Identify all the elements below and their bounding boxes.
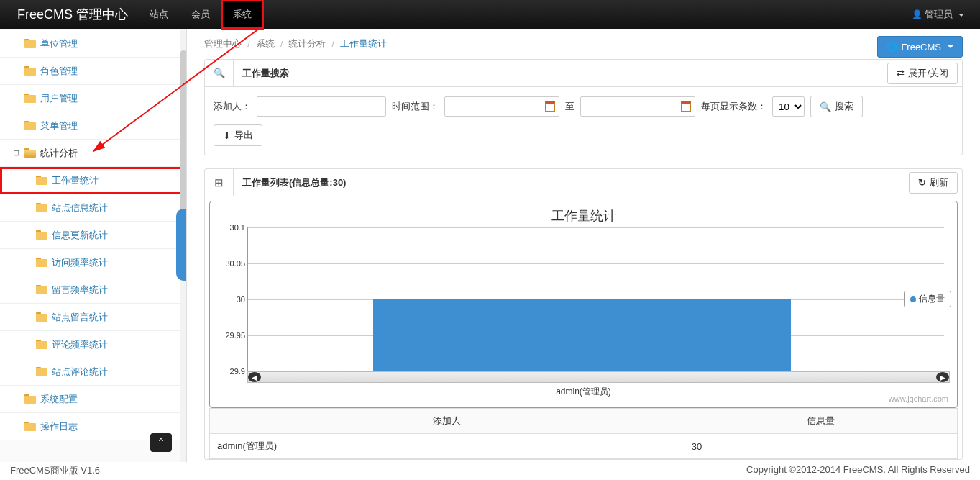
nav-item-site[interactable]: 站点 bbox=[138, 0, 180, 29]
search-button[interactable]: 搜索 bbox=[810, 96, 863, 117]
nav-item-member[interactable]: 会员 bbox=[180, 0, 221, 29]
footer: FreeCMS商业版 V1.6 Copyright ©2012-2014 Fre… bbox=[10, 464, 970, 477]
per-page-select[interactable]: 10 bbox=[772, 96, 805, 117]
chart-legend: 信息量 bbox=[904, 291, 951, 307]
folder-icon bbox=[36, 230, 47, 240]
sidebar-item-label: 评论频率统计 bbox=[52, 338, 108, 351]
chart-scroll-left-button[interactable]: ◀ bbox=[248, 372, 261, 382]
download-icon bbox=[223, 130, 231, 141]
chart-watermark: www.jqchart.com bbox=[889, 394, 948, 403]
data-table: 添加人 信息量 admin(管理员) 30 bbox=[209, 408, 958, 459]
sidebar-subitem[interactable]: 评论频率统计 bbox=[0, 331, 186, 358]
sidebar-item-label: 菜单管理 bbox=[40, 119, 78, 132]
sidebar-item[interactable]: 单位管理 bbox=[0, 30, 186, 58]
nav-brand: FreeCMS 管理中心 bbox=[7, 6, 138, 23]
sidebar-item-label: 角色管理 bbox=[40, 65, 78, 78]
table-row: admin(管理员) 30 bbox=[210, 434, 958, 459]
sidebar-subitem[interactable]: 信息更新统计 bbox=[0, 222, 186, 249]
sidebar: 单位管理角色管理用户管理菜单管理⊟统计分析工作量统计站点信息统计信息更新统计访问… bbox=[0, 29, 187, 462]
folder-icon bbox=[36, 258, 47, 267]
sidebar-item[interactable]: 用户管理 bbox=[0, 85, 186, 112]
legend-dot-icon bbox=[910, 296, 916, 302]
chart-title: 工作量统计 bbox=[217, 207, 950, 225]
sidebar-subitem[interactable]: 工作量统计 bbox=[0, 167, 186, 194]
breadcrumb-part[interactable]: 系统 bbox=[256, 37, 275, 50]
freecms-dropdown-button[interactable]: FreeCMS bbox=[877, 36, 963, 58]
adder-input[interactable] bbox=[257, 96, 386, 117]
sidebar-item-label: 系统配置 bbox=[40, 393, 78, 406]
sidebar-item-label: 工作量统计 bbox=[52, 174, 99, 187]
sidebar-item-label: 站点留言统计 bbox=[52, 311, 108, 324]
chart-gridline bbox=[248, 227, 944, 228]
nav-user-label: 管理员 bbox=[925, 9, 953, 19]
sidebar-item[interactable]: 系统配置 bbox=[0, 386, 186, 413]
folder-icon bbox=[36, 340, 47, 349]
top-nav: FreeCMS 管理中心 站点 会员 系统 管理员 bbox=[0, 0, 980, 29]
adder-label: 添加人： bbox=[214, 100, 251, 113]
globe-icon bbox=[887, 42, 897, 53]
sidebar-drag-handle[interactable] bbox=[176, 209, 186, 281]
chart-y-tick: 30 bbox=[218, 295, 245, 304]
sidebar-subitem[interactable]: 站点留言统计 bbox=[0, 304, 186, 331]
chart-y-tick: 29.95 bbox=[218, 331, 245, 340]
table-cell-adder: admin(管理员) bbox=[210, 434, 684, 459]
sidebar-item[interactable]: 角色管理 bbox=[0, 58, 186, 85]
chart: 工作量统计 29.929.953030.0530.1 ◀ ▶ admin(管理员… bbox=[209, 201, 958, 408]
sidebar-subitem[interactable]: 站点信息统计 bbox=[0, 194, 186, 222]
sidebar-item-label: 用户管理 bbox=[40, 92, 78, 105]
sidebar-subitem[interactable]: 留言频率统计 bbox=[0, 276, 186, 304]
breadcrumb-current[interactable]: 工作量统计 bbox=[340, 37, 387, 50]
date-from-input[interactable] bbox=[444, 96, 559, 117]
sidebar-item[interactable]: ⊟统计分析 bbox=[0, 140, 186, 167]
search-panel-title: 工作量搜索 bbox=[234, 67, 887, 80]
sidebar-item-label: 操作日志 bbox=[40, 420, 78, 433]
user-icon bbox=[912, 9, 922, 19]
breadcrumb-root[interactable]: 管理中心 bbox=[204, 37, 242, 50]
chevron-down-icon bbox=[948, 45, 953, 48]
sidebar-item-label: 访问频率统计 bbox=[52, 256, 108, 269]
sidebar-item-label: 单位管理 bbox=[40, 37, 78, 50]
sidebar-item-label: 统计分析 bbox=[40, 147, 78, 160]
search-icon bbox=[214, 68, 225, 78]
sidebar-item[interactable]: 菜单管理 bbox=[0, 112, 186, 140]
chart-bar bbox=[373, 299, 791, 371]
export-button[interactable]: 导出 bbox=[214, 124, 262, 146]
calendar-icon[interactable] bbox=[681, 101, 691, 112]
chart-y-tick: 30.05 bbox=[218, 259, 245, 268]
refresh-button[interactable]: 刷新 bbox=[909, 172, 958, 194]
chart-y-tick: 29.9 bbox=[218, 367, 245, 376]
search-icon bbox=[820, 101, 831, 112]
chart-scrollbar[interactable]: ◀ ▶ bbox=[247, 371, 950, 383]
table-header: 添加人 bbox=[210, 409, 684, 434]
table-cell-count: 30 bbox=[684, 434, 957, 459]
folder-icon bbox=[36, 285, 47, 294]
breadcrumb-part[interactable]: 统计分析 bbox=[288, 37, 326, 50]
to-label: 至 bbox=[565, 100, 574, 113]
date-to-input[interactable] bbox=[580, 96, 695, 117]
scroll-top-button[interactable]: ^ bbox=[150, 433, 172, 452]
calendar-icon[interactable] bbox=[545, 101, 555, 112]
sidebar-item-label: 站点评论统计 bbox=[52, 366, 108, 379]
sidebar-subitem[interactable]: 站点评论统计 bbox=[0, 358, 186, 386]
time-range-label: 时间范围： bbox=[392, 100, 439, 113]
folder-icon bbox=[36, 176, 47, 185]
list-panel: 工作量列表(信息总量:30) 刷新 工作量统计 29.929.953030.05… bbox=[204, 168, 963, 460]
tree-toggle-icon[interactable]: ⊟ bbox=[13, 148, 19, 158]
sidebar-item-label: 站点信息统计 bbox=[52, 201, 108, 214]
folder-icon bbox=[24, 121, 36, 130]
sidebar-subitem[interactable]: 访问频率统计 bbox=[0, 249, 186, 276]
folder-icon bbox=[24, 394, 36, 404]
table-header: 信息量 bbox=[684, 409, 957, 434]
main-content: 管理中心 / 系统 / 统计分析 / 工作量统计 FreeCMS 工作量搜索 展… bbox=[187, 29, 980, 462]
chart-scroll-right-button[interactable]: ▶ bbox=[936, 372, 949, 382]
nav-user-menu[interactable]: 管理员 bbox=[903, 8, 973, 21]
chevron-down-icon bbox=[958, 14, 964, 17]
folder-icon bbox=[24, 422, 36, 431]
folder-icon bbox=[24, 94, 36, 103]
per-page-label: 每页显示条数： bbox=[701, 100, 766, 113]
expand-collapse-button[interactable]: 展开/关闭 bbox=[887, 63, 958, 84]
search-panel: 工作量搜索 展开/关闭 添加人： 时间范围： 至 每页显示条数： 10 bbox=[204, 59, 963, 155]
chart-y-tick: 30.1 bbox=[218, 223, 245, 232]
nav-item-system[interactable]: 系统 bbox=[221, 0, 263, 29]
folder-icon bbox=[24, 148, 36, 158]
